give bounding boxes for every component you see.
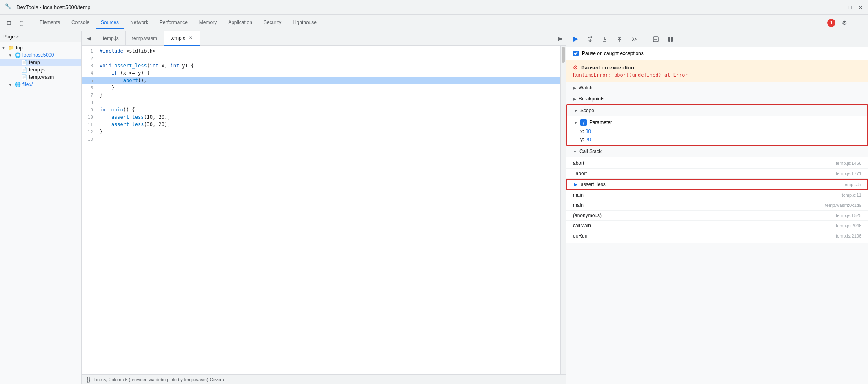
tree-label-tempjs: temp.js [29, 67, 45, 73]
callstack-_abort[interactable]: _abort temp.js:1771 [566, 169, 868, 179]
step-over-button[interactable] [584, 33, 596, 45]
code-line-8: 8 [82, 99, 560, 106]
tab-sources[interactable]: Sources [96, 17, 124, 29]
debug-toolbar [566, 31, 868, 47]
chevron-right-icon: » [16, 34, 19, 39]
tree-label-file: file:// [22, 82, 33, 87]
tree-label-localhost: localhost:5000 [22, 52, 54, 58]
tab-tempwasm-label: temp.wasm [132, 36, 157, 41]
tree-item-tempjs[interactable]: 📄 temp.js [0, 66, 81, 73]
tab-tempjs-label: temp.js [103, 36, 119, 41]
exception-title: ⊗ Paused on exception [573, 64, 861, 71]
breakpoints-arrow-icon: ▶ [573, 97, 576, 101]
exception-message: RuntimeError: abort(undefined) at Error [573, 72, 861, 78]
code-panel: ◀ temp.js temp.wasm temp.c ✕ ▶ 1 #includ… [82, 31, 566, 384]
tree-item-localhost[interactable]: ▼ 🌐 localhost:5000 [0, 51, 81, 59]
file-icon-tempwasm: 📄 [21, 74, 27, 80]
tab-memory[interactable]: Memory [194, 17, 222, 29]
watch-header[interactable]: ▶ Watch [566, 82, 868, 93]
step-back-button[interactable] [628, 33, 640, 45]
tab-performance[interactable]: Performance [155, 17, 193, 29]
file-icon-tempjs: 📄 [21, 67, 27, 73]
code-line-5: 5 abort(); [82, 77, 560, 84]
pause-label: Pause on caught exceptions [582, 51, 644, 56]
toolbar-separator-1 [645, 35, 645, 43]
settings-icon[interactable]: ⚙ [839, 17, 850, 29]
devtools-icon: 🔧 [5, 3, 13, 11]
tree-label-temp: temp [29, 60, 40, 65]
scope-header[interactable]: ▼ Scope [567, 105, 867, 116]
sidebar-toggle[interactable]: ◀ [82, 31, 96, 46]
nav-right: 1 ⚙ ⋮ [827, 17, 865, 29]
scope-x: x: 30 [567, 127, 867, 135]
folder-icon: 📁 [8, 45, 14, 51]
watch-section: ▶ Watch [566, 82, 868, 93]
tree-item-temp[interactable]: 📄 temp [0, 59, 81, 66]
tree-item-file[interactable]: ▼ 🌐 file:// [0, 81, 81, 88]
svg-rect-1 [573, 37, 574, 42]
tab-tempc[interactable]: temp.c ✕ [164, 31, 200, 46]
code-line-2: 2 [82, 55, 560, 62]
callstack-doRun[interactable]: doRun temp.js:2106 [566, 231, 868, 241]
close-button[interactable]: ✕ [858, 4, 863, 11]
tab-application[interactable]: Application [223, 17, 257, 29]
callstack-header[interactable]: ▼ Call Stack [566, 146, 868, 157]
callstack-main-wasm[interactable]: main temp.wasm:0x1d9 [566, 200, 868, 211]
exception-section: ⊗ Paused on exception RuntimeError: abor… [566, 60, 868, 82]
code-line-10: 10 assert_less(10, 20); [82, 113, 560, 121]
tree-item-tempwasm[interactable]: 📄 temp.wasm [0, 73, 81, 81]
resume-button[interactable] [570, 33, 581, 45]
current-frame-icon: ▶ [574, 182, 577, 187]
file-tabs-right: ▶ [555, 35, 566, 42]
maximize-button[interactable]: □ [848, 4, 852, 11]
more-tabs-icon[interactable]: ▶ [558, 35, 563, 42]
code-line-1: 1 #include <stdlib.h> [82, 47, 560, 55]
svg-marker-0 [574, 37, 578, 42]
tree-item-top[interactable]: ▼ 📁 top [0, 44, 81, 51]
step-out-button[interactable] [614, 33, 625, 45]
code-line-6: 6 } [82, 84, 560, 91]
debug-panel: Pause on caught exceptions ⊗ Paused on e… [566, 31, 868, 384]
callstack-main-c[interactable]: main temp.c:11 [566, 190, 868, 200]
scope-y: y: 20 [567, 135, 867, 144]
callstack-arrow-icon: ▼ [573, 149, 577, 154]
callstack-callMain[interactable]: callMain temp.js:2046 [566, 221, 868, 231]
sidebar-more-icon[interactable]: ⋮ [72, 33, 78, 40]
tab-network[interactable]: Network [125, 17, 153, 29]
file-icon-temp: 📄 [21, 60, 27, 65]
callstack-abort[interactable]: abort temp.js:1456 [566, 158, 868, 169]
code-area[interactable]: 1 #include <stdlib.h> 2 3 void assert_le… [82, 46, 560, 374]
nav-icon-2[interactable]: ⬚ [16, 17, 28, 29]
nav-icon-1[interactable]: ⊡ [3, 17, 15, 29]
code-area-wrapper: 1 #include <stdlib.h> 2 3 void assert_le… [82, 46, 566, 374]
tab-security[interactable]: Security [259, 17, 286, 29]
cloud-icon-file: 🌐 [15, 82, 21, 87]
tree-arrow-file: ▼ [8, 82, 13, 87]
status-bar: {} Line 5, Column 5 (provided via debug … [82, 374, 566, 384]
step-into-button[interactable] [599, 33, 610, 45]
file-tabs: ◀ temp.js temp.wasm temp.c ✕ ▶ [82, 31, 566, 46]
tab-lighthouse[interactable]: Lighthouse [288, 17, 322, 29]
minimize-button[interactable]: — [836, 4, 842, 11]
tab-close-icon[interactable]: ✕ [188, 35, 193, 41]
breakpoints-header[interactable]: ▶ Breakpoints [566, 93, 868, 104]
debug-body: Pause on caught exceptions ⊗ Paused on e… [566, 47, 868, 384]
pause-button[interactable] [665, 33, 676, 45]
scope-arrow-icon: ▼ [574, 109, 578, 113]
status-text: Line 5, Column 5 (provided via debug inf… [93, 377, 224, 382]
vertical-scrollbar[interactable] [560, 46, 566, 374]
tab-tempjs[interactable]: temp.js [96, 31, 126, 46]
scope-param-header[interactable]: ▼ f Parameter [567, 118, 867, 127]
code-line-7: 7 } [82, 91, 560, 99]
tab-console[interactable]: Console [67, 17, 94, 29]
code-line-13: 13 [82, 135, 560, 143]
cloud-icon-localhost: 🌐 [15, 52, 21, 58]
tab-tempwasm[interactable]: temp.wasm [126, 31, 164, 46]
callstack-anonymous[interactable]: (anonymous) temp.js:1525 [566, 211, 868, 221]
callstack-assert_less[interactable]: ▶ assert_less temp.c:5 [566, 179, 868, 190]
deactivate-button[interactable] [650, 33, 662, 45]
more-icon[interactable]: ⋮ [853, 17, 865, 29]
pause-checkbox[interactable] [573, 51, 579, 56]
code-line-3: 3 void assert_less(int x, int y) { [82, 62, 560, 69]
tab-elements[interactable]: Elements [35, 17, 65, 29]
